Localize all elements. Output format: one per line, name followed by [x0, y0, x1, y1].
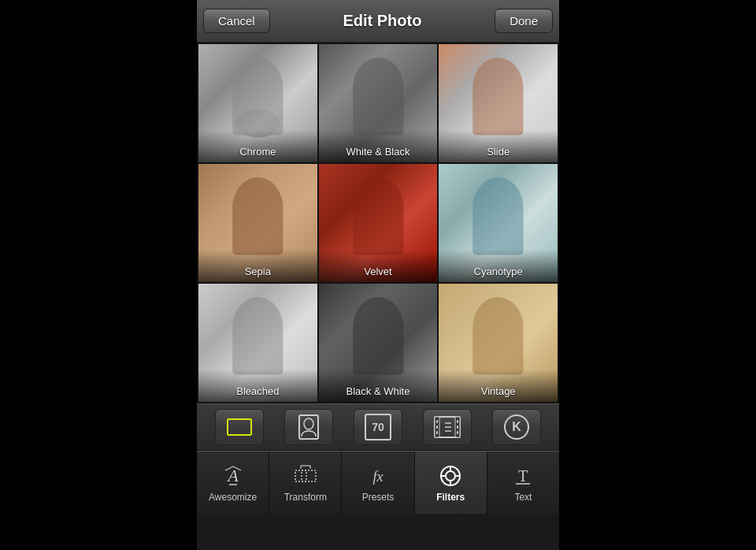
- filter-slide-label: Slide: [439, 130, 558, 162]
- seventy-tool-button[interactable]: 70: [354, 409, 402, 445]
- portrait-tool-button[interactable]: [284, 409, 333, 445]
- page-title: Edit Photo: [343, 12, 421, 30]
- svg-rect-25: [436, 426, 438, 429]
- svg-rect-26: [436, 431, 438, 434]
- cancel-button[interactable]: Cancel: [203, 9, 270, 33]
- k-icon: K: [504, 414, 529, 440]
- film-tool-button[interactable]: [423, 409, 472, 445]
- filter-sepia[interactable]: Sepia: [198, 164, 317, 282]
- svg-rect-18: [473, 327, 524, 374]
- svg-rect-8: [232, 207, 283, 255]
- svg-rect-27: [457, 420, 458, 423]
- filter-bleached[interactable]: Bleached: [198, 284, 317, 402]
- svg-rect-24: [436, 420, 438, 423]
- svg-rect-12: [473, 207, 524, 255]
- filters-icon: [438, 463, 463, 489]
- nav-filters-label: Filters: [436, 492, 465, 503]
- crop-tool-button[interactable]: [215, 409, 264, 445]
- svg-rect-28: [457, 426, 458, 429]
- filter-vintage-label: Vintage: [439, 370, 558, 402]
- seventy-icon: 70: [365, 414, 391, 440]
- presets-icon: fx: [365, 463, 391, 489]
- svg-text:T: T: [518, 467, 528, 485]
- transform-icon: [293, 463, 318, 489]
- film-icon: [434, 416, 461, 438]
- nav-presets-label: Presets: [362, 492, 395, 503]
- portrait-icon: [298, 414, 319, 440]
- svg-point-20: [304, 418, 313, 429]
- text-icon: T: [510, 463, 536, 489]
- svg-rect-10: [353, 207, 403, 255]
- filter-white-black-label: White & Black: [319, 130, 438, 162]
- filter-black-white[interactable]: Black & White: [319, 284, 438, 402]
- bottom-nav: A Awesomize Transform: [197, 451, 559, 514]
- filter-velvet[interactable]: Velvet: [319, 164, 438, 282]
- svg-rect-6: [473, 87, 524, 135]
- filter-cyanotype-label: Cyanotype: [439, 250, 558, 282]
- svg-rect-16: [353, 327, 403, 374]
- filter-grid: Chrome White & Black Slide: [197, 43, 559, 403]
- header: Cancel Edit Photo Done: [197, 0, 559, 43]
- filter-sepia-label: Sepia: [198, 250, 317, 282]
- filter-chrome-label: Chrome: [198, 130, 317, 162]
- svg-rect-14: [232, 327, 283, 374]
- done-button[interactable]: Done: [495, 9, 553, 33]
- nav-awesomize[interactable]: A Awesomize: [197, 452, 269, 514]
- crop-icon: [227, 418, 252, 436]
- nav-transform-label: Transform: [284, 492, 327, 503]
- nav-awesomize-label: Awesomize: [209, 492, 257, 503]
- filter-white-black[interactable]: White & Black: [319, 44, 438, 162]
- svg-rect-29: [457, 431, 458, 434]
- nav-presets[interactable]: fx Presets: [342, 452, 414, 514]
- nav-filters[interactable]: Filters: [415, 452, 487, 514]
- nav-text-label: Text: [514, 492, 532, 503]
- svg-rect-4: [353, 87, 403, 135]
- svg-point-44: [446, 471, 455, 481]
- svg-rect-38: [302, 470, 316, 481]
- awesomize-icon: A: [220, 463, 246, 489]
- nav-text[interactable]: T Text: [487, 452, 559, 514]
- filter-black-white-label: Black & White: [319, 370, 438, 402]
- nav-transform[interactable]: Transform: [269, 452, 342, 514]
- toolbar-icons: 70 K: [197, 403, 559, 451]
- filter-vintage[interactable]: Vintage: [439, 284, 558, 402]
- filter-slide[interactable]: Slide: [439, 44, 558, 162]
- filter-chrome[interactable]: Chrome: [198, 44, 317, 162]
- k-tool-button[interactable]: K: [492, 409, 541, 445]
- filter-bleached-label: Bleached: [198, 370, 317, 402]
- filter-velvet-label: Velvet: [319, 250, 438, 282]
- phone-container: Cancel Edit Photo Done Chrome White & Bl…: [197, 0, 559, 550]
- svg-text:fx: fx: [373, 469, 384, 485]
- svg-rect-37: [295, 470, 306, 481]
- filter-cyanotype[interactable]: Cyanotype: [439, 164, 558, 282]
